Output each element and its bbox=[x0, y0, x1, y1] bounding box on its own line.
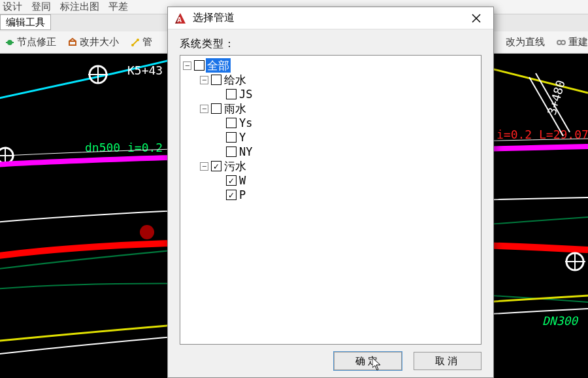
tree-label[interactable]: Y bbox=[238, 130, 247, 145]
pipe-tool-label: 管 bbox=[142, 36, 152, 48]
tree-node-js[interactable]: JS bbox=[183, 87, 478, 101]
tree-label[interactable]: Ys bbox=[238, 116, 253, 130]
svg-point-14 bbox=[140, 225, 154, 239]
expand-toggle[interactable]: − bbox=[200, 76, 208, 84]
tree-node-rain[interactable]: − 雨水 bbox=[183, 101, 478, 116]
to-line-button[interactable]: 改为直线 bbox=[506, 36, 545, 48]
checkbox[interactable] bbox=[226, 146, 237, 157]
svg-point-7 bbox=[561, 41, 565, 44]
tree-label[interactable]: NY bbox=[238, 145, 253, 159]
svg-rect-1 bbox=[6, 42, 14, 43]
svg-rect-2 bbox=[69, 41, 76, 45]
tree-node-sewage[interactable]: − 污水 bbox=[183, 159, 478, 173]
node-fix-button[interactable]: 节点修正 bbox=[5, 36, 56, 48]
node-fix-label: 节点修正 bbox=[17, 36, 56, 48]
menu-item[interactable]: 标注出图 bbox=[60, 1, 99, 13]
close-icon bbox=[472, 14, 481, 23]
pipe-tool-button[interactable]: 管 bbox=[131, 36, 152, 48]
expand-toggle[interactable]: − bbox=[183, 61, 191, 70]
rebuild-label: 重建 bbox=[568, 36, 588, 48]
tree-label[interactable]: 全部 bbox=[206, 58, 231, 73]
tree-node-y[interactable]: Y bbox=[183, 130, 478, 145]
tree-label[interactable]: W bbox=[238, 173, 247, 188]
tree-label[interactable]: 给水 bbox=[223, 73, 248, 87]
checkbox[interactable] bbox=[226, 89, 237, 99]
close-button[interactable] bbox=[463, 9, 489, 27]
node-fix-icon bbox=[5, 38, 14, 47]
cad-left-label: dn500 i=0.2 bbox=[85, 141, 163, 154]
resize-well-button[interactable]: 改井大小 bbox=[68, 36, 119, 48]
panel-title: 编辑工具 bbox=[0, 14, 51, 30]
panel-title-text: 编辑工具 bbox=[6, 16, 45, 29]
cad-dn-label: DN300 bbox=[542, 314, 579, 328]
cancel-button-label: 取消 bbox=[435, 355, 460, 368]
app-icon: A bbox=[173, 11, 188, 26]
to-line-label: 改为直线 bbox=[506, 36, 545, 48]
checkbox[interactable] bbox=[226, 175, 237, 186]
resize-well-icon bbox=[68, 38, 77, 47]
tree-node-w[interactable]: W bbox=[183, 173, 478, 188]
select-pipe-dialog: A 选择管道 系统类型： − 全部 − 给水 bbox=[167, 7, 494, 378]
menu-item[interactable]: 设计 bbox=[3, 1, 22, 13]
rebuild-icon bbox=[557, 38, 566, 47]
tree-node-ys[interactable]: Ys bbox=[183, 116, 478, 130]
pipe-tool-icon bbox=[131, 38, 140, 47]
dialog-body: 系统类型： − 全部 − 给水 JS − bbox=[168, 29, 493, 349]
checkbox[interactable] bbox=[211, 75, 221, 85]
tree-label[interactable]: 污水 bbox=[223, 159, 248, 173]
dialog-title: 选择管道 bbox=[193, 11, 463, 25]
checkbox[interactable] bbox=[226, 118, 237, 128]
ok-button-label: 确定 bbox=[355, 355, 380, 368]
tree-node-all[interactable]: − 全部 bbox=[183, 58, 478, 73]
svg-line-5 bbox=[133, 41, 137, 44]
resize-well-label: 改井大小 bbox=[80, 36, 119, 48]
tree-node-p[interactable]: P bbox=[183, 188, 478, 202]
svg-text:A: A bbox=[177, 16, 182, 24]
rebuild-button[interactable]: 重建 bbox=[557, 36, 588, 48]
dialog-titlebar[interactable]: A 选择管道 bbox=[168, 7, 493, 29]
tree-label[interactable]: 雨水 bbox=[223, 101, 248, 116]
tree-label[interactable]: JS bbox=[238, 87, 253, 101]
checkbox[interactable] bbox=[211, 161, 221, 171]
menu-item[interactable]: 平差 bbox=[108, 1, 128, 13]
checkbox[interactable] bbox=[194, 60, 204, 71]
cad-right-label: i=0.2 L=29.07 bbox=[497, 128, 588, 141]
system-type-label: 系统类型： bbox=[180, 37, 482, 51]
checkbox[interactable] bbox=[226, 190, 237, 200]
checkbox[interactable] bbox=[211, 103, 221, 114]
system-type-tree[interactable]: − 全部 − 给水 JS − 雨水 bbox=[180, 55, 482, 345]
dialog-button-row: 确定 取消 bbox=[168, 349, 493, 377]
cancel-button[interactable]: 取消 bbox=[414, 352, 482, 370]
tree-node-ny[interactable]: NY bbox=[183, 145, 478, 159]
checkbox[interactable] bbox=[226, 132, 237, 143]
tree-node-water-supply[interactable]: − 给水 bbox=[183, 73, 478, 87]
expand-toggle[interactable]: − bbox=[200, 162, 208, 171]
menu-item[interactable]: 登同 bbox=[31, 1, 51, 13]
expand-toggle[interactable]: − bbox=[200, 105, 208, 113]
ok-button[interactable]: 确定 bbox=[334, 352, 402, 370]
tree-label[interactable]: P bbox=[238, 188, 247, 202]
cad-top-label: K5+43 bbox=[127, 63, 163, 77]
